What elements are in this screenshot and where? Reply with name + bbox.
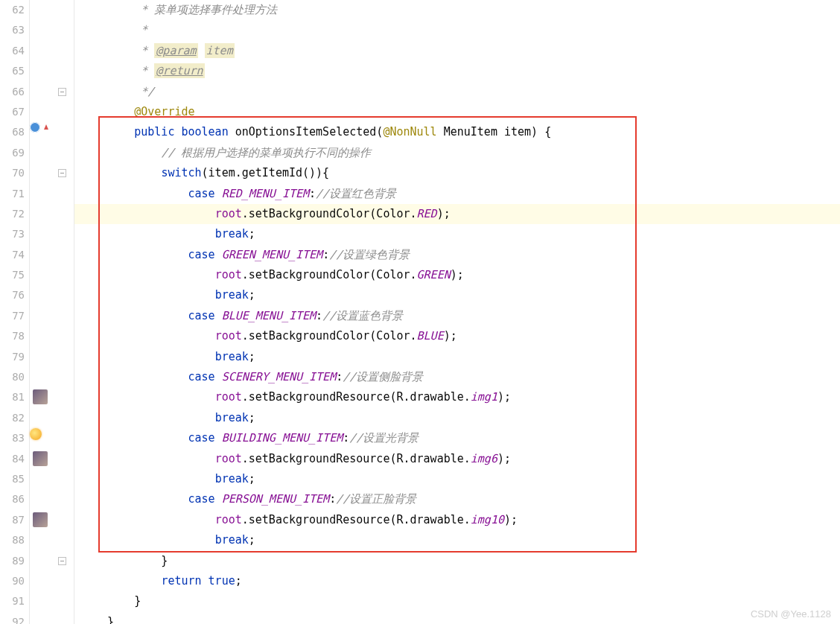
code-token: ;	[249, 227, 255, 241]
line-number-gutter: 6263646566676869707172737475767778798081…	[0, 0, 30, 624]
code-token: // 根据用户选择的菜单项执行不同的操作	[161, 146, 371, 159]
code-line[interactable]: break;	[74, 408, 840, 428]
code-token: PERSON_MENU_ITEM	[222, 492, 330, 506]
line-number: 78	[0, 326, 25, 346]
line-number: 91	[0, 591, 25, 611]
line-number: 84	[0, 449, 25, 469]
code-token: break	[215, 411, 249, 424]
resource-thumbnail-icon[interactable]	[33, 451, 48, 466]
line-number: 68	[0, 122, 25, 142]
code-line[interactable]: root.setBackgroundResource(R.drawable.im…	[74, 387, 840, 407]
code-line[interactable]: switch(item.getItemId()){	[74, 163, 840, 183]
line-number: 87	[0, 510, 25, 530]
code-token: case	[188, 431, 222, 445]
code-token	[80, 166, 161, 179]
code-token: }	[80, 554, 168, 567]
fold-toggle-icon[interactable]	[58, 557, 66, 565]
code-line[interactable]: public boolean onOptionsItemSelected(@No…	[74, 122, 840, 142]
code-token: );	[497, 390, 511, 404]
line-number: 85	[0, 469, 25, 489]
code-token: MenuItem item) {	[437, 125, 552, 139]
code-token: :	[336, 370, 343, 383]
code-token	[80, 248, 188, 261]
code-line[interactable]: @Override	[74, 102, 840, 122]
code-token: case	[188, 309, 222, 322]
code-line[interactable]: }	[74, 551, 840, 571]
code-token: GREEN	[417, 268, 451, 281]
code-line[interactable]: */	[74, 82, 840, 102]
line-number: 65	[0, 61, 25, 81]
code-line[interactable]: // 根据用户选择的菜单项执行不同的操作	[74, 143, 840, 163]
line-number: 73	[0, 224, 25, 244]
code-token: :	[309, 187, 316, 200]
code-line[interactable]: case BLUE_MENU_ITEM://设置蓝色背景	[74, 306, 840, 326]
code-line[interactable]: * @param item	[74, 41, 840, 61]
fold-toggle-icon[interactable]	[58, 169, 66, 177]
code-token: case	[188, 492, 222, 506]
code-line[interactable]: * @return	[74, 61, 840, 81]
code-token: .setBackgroundColor(Color.	[242, 329, 417, 343]
code-token	[198, 44, 205, 57]
code-line[interactable]: root.setBackgroundColor(Color.RED);	[74, 204, 840, 224]
fold-gutter[interactable]	[52, 0, 74, 624]
code-token: img6	[471, 452, 497, 465]
code-line[interactable]: break;	[74, 469, 840, 489]
code-token	[80, 370, 188, 383]
code-line[interactable]: }	[74, 591, 840, 611]
code-line[interactable]: return true;	[74, 571, 840, 591]
line-number: 89	[0, 551, 25, 571]
code-line[interactable]: break;	[74, 285, 840, 305]
code-token	[80, 492, 188, 506]
code-token	[80, 288, 215, 302]
code-token: break	[215, 533, 249, 547]
code-line[interactable]: }	[74, 612, 840, 624]
code-line[interactable]: *	[74, 20, 840, 40]
code-line[interactable]: break;	[74, 530, 840, 550]
code-token: * 菜单项选择事件处理方法	[80, 3, 277, 16]
code-token: ;	[249, 533, 255, 547]
code-line[interactable]: case SCENERY_MENU_ITEM://设置侧脸背景	[74, 367, 840, 387]
code-token	[80, 146, 161, 159]
code-token: switch	[161, 166, 201, 179]
code-line[interactable]: root.setBackgroundResource(R.drawable.im…	[74, 449, 840, 469]
code-line[interactable]: break;	[74, 347, 840, 367]
code-line[interactable]: break;	[74, 224, 840, 244]
line-number: 75	[0, 265, 25, 285]
code-editor[interactable]: 6263646566676869707172737475767778798081…	[0, 0, 840, 624]
code-line[interactable]: case GREEN_MENU_ITEM://设置绿色背景	[74, 245, 840, 265]
code-token: //设置绿色背景	[329, 248, 410, 261]
code-token: RED	[417, 207, 437, 220]
code-line[interactable]: root.setBackgroundColor(Color.GREEN);	[74, 265, 840, 285]
code-area[interactable]: * 菜单项选择事件处理方法 * * @param item * @return …	[74, 0, 840, 624]
fold-toggle-icon[interactable]	[58, 88, 66, 96]
code-token: :	[343, 431, 349, 445]
code-token: @param	[154, 43, 197, 58]
code-token: root	[215, 452, 242, 465]
code-token: :	[329, 492, 336, 506]
code-token: .setBackgroundResource(R.drawable.	[242, 513, 471, 526]
override-icon[interactable]	[30, 122, 40, 133]
code-token: :	[316, 309, 322, 322]
code-token	[80, 533, 215, 547]
code-line[interactable]: case PERSON_MENU_ITEM://设置正脸背景	[74, 489, 840, 509]
intention-bulb-icon[interactable]	[30, 428, 42, 440]
code-line[interactable]: case BUILDING_MENU_ITEM://设置光背景	[74, 428, 840, 448]
code-token: }	[80, 594, 141, 608]
code-line[interactable]: root.setBackgroundResource(R.drawable.im…	[74, 510, 840, 530]
code-token: :	[322, 248, 329, 261]
code-line[interactable]: case RED_MENU_ITEM://设置红色背景	[74, 184, 840, 204]
code-token: ;	[249, 350, 255, 363]
code-line[interactable]: * 菜单项选择事件处理方法	[74, 0, 840, 20]
code-token: RED_MENU_ITEM	[222, 187, 309, 200]
line-number: 70	[0, 163, 25, 183]
code-token: ;	[249, 472, 255, 485]
line-number: 77	[0, 306, 25, 326]
resource-thumbnail-icon[interactable]	[33, 512, 48, 527]
code-token: ;	[249, 288, 255, 302]
resource-thumbnail-icon[interactable]	[33, 389, 48, 404]
line-number: 81	[0, 387, 25, 407]
line-number: 79	[0, 347, 25, 367]
code-line[interactable]: root.setBackgroundColor(Color.BLUE);	[74, 326, 840, 346]
code-token: .setBackgroundColor(Color.	[242, 207, 417, 220]
code-token: case	[188, 370, 222, 383]
